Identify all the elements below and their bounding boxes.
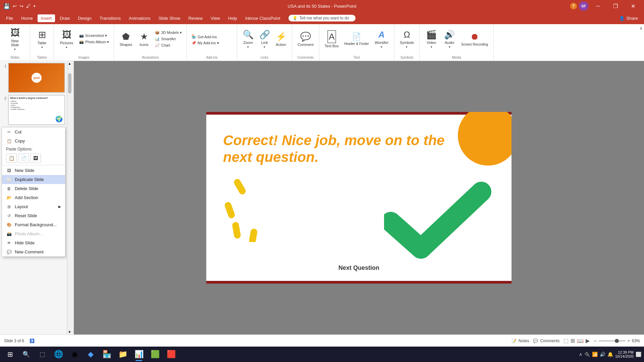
ctx-new-slide[interactable]: 🖼 New Slide xyxy=(2,166,65,175)
collapse-ribbon[interactable]: ∧ xyxy=(638,24,644,61)
minimize-button[interactable]: ─ xyxy=(590,0,606,12)
taskbar-app1[interactable]: 🟩 xyxy=(148,347,162,362)
notes-btn[interactable]: 📝 Notes xyxy=(512,339,529,343)
slide-image-2[interactable]: What is Earth's largest continent? • Afr… xyxy=(8,95,65,125)
ribbon-audio[interactable]: 🔊 Audio ▾ xyxy=(441,25,458,52)
taskbar-search[interactable]: 🔍 xyxy=(19,347,34,362)
ribbon-video[interactable]: 🎬 Video ▾ xyxy=(423,25,440,52)
customize-icon[interactable]: 🖊 xyxy=(26,3,31,9)
taskbar-app2[interactable]: 🟥 xyxy=(164,347,178,362)
tray-sound[interactable]: 🔊 xyxy=(600,352,605,357)
ctx-delete-slide[interactable]: 🗑 Delete Slide xyxy=(2,184,65,193)
ribbon-chart[interactable]: 📈 Chart xyxy=(154,43,183,48)
slide-thumb-1[interactable]: 1 QUIZ xyxy=(2,63,65,93)
ribbon-link[interactable]: 🔗 Link ▾ xyxy=(257,25,272,52)
paste-keep-source[interactable]: 📋 xyxy=(6,154,17,163)
redo-icon[interactable]: ↪ xyxy=(19,3,23,9)
menu-transitions[interactable]: Transitions xyxy=(96,14,124,22)
taskbar-start[interactable]: ⊞ xyxy=(3,347,17,362)
normal-view-icon[interactable]: ⬚ xyxy=(564,338,569,344)
zoom-thumb[interactable] xyxy=(615,339,619,343)
ribbon-pictures[interactable]: 🖼 Pictures ▾ xyxy=(57,25,76,52)
menu-insert[interactable]: Insert xyxy=(38,14,55,22)
tray-network[interactable]: 🔌 xyxy=(584,352,590,357)
menu-file[interactable]: File xyxy=(3,14,16,22)
scroll-up-arrow[interactable]: ▲ xyxy=(67,61,72,66)
ctx-duplicate-slide[interactable]: ⬜ Duplicate Slide xyxy=(2,175,65,184)
user-avatar[interactable]: SF xyxy=(579,1,588,11)
scroll-handle[interactable] xyxy=(68,73,71,94)
taskbar-powerpoint[interactable]: 📊 xyxy=(131,347,146,362)
ctx-add-section[interactable]: 📂 Add Section xyxy=(2,193,65,202)
slide-canvas[interactable]: Correct! Nice job, move on to the next q… xyxy=(206,112,512,284)
zoom-out-btn[interactable]: ─ xyxy=(594,339,597,343)
menu-inknoe[interactable]: Inknoe ClassPoint xyxy=(242,14,284,22)
share-button[interactable]: 👤 Share xyxy=(616,14,641,22)
ribbon-textbox[interactable]: A Text Box xyxy=(323,25,341,52)
ribbon-screenshot[interactable]: 📷 Screenshot ▾ xyxy=(78,33,110,39)
ribbon-3d-models[interactable]: 📦 3D Models ▾ xyxy=(154,30,183,36)
ctx-reset-slide[interactable]: ↺ Reset Slide xyxy=(2,211,65,220)
zoom-in-btn[interactable]: + xyxy=(628,339,630,343)
ribbon-zoom[interactable]: 🔍 Zoom ▾ xyxy=(240,25,256,52)
taskbar-taskview[interactable]: ⬚ xyxy=(35,347,50,362)
ctx-cut[interactable]: ✂ Cut xyxy=(2,127,65,136)
close-button[interactable]: ✕ xyxy=(625,0,641,12)
accessibility-icon[interactable]: ♿ xyxy=(30,339,35,343)
slide-scrollbar[interactable]: ▲ ▼ xyxy=(67,61,72,335)
scroll-down-arrow[interactable]: ▼ xyxy=(67,329,72,335)
comments-btn[interactable]: 💬 Comments xyxy=(533,339,559,343)
slide-image-1[interactable]: QUIZ xyxy=(8,63,65,93)
ribbon-photo-album[interactable]: 📸 Photo Album ▾ xyxy=(78,39,110,45)
ribbon-symbols[interactable]: Ω Symbols ▾ xyxy=(398,25,416,52)
ctx-copy[interactable]: 📋 Copy xyxy=(2,136,65,145)
slide-sorter-icon[interactable]: ⊞ xyxy=(571,338,575,344)
dropdown-icon[interactable]: ▾ xyxy=(34,4,36,8)
taskbar-chrome[interactable]: ◉ xyxy=(67,347,82,362)
reading-view-icon[interactable]: 📖 xyxy=(577,338,584,344)
menu-help[interactable]: Help xyxy=(225,14,240,22)
taskbar-store[interactable]: 🏪 xyxy=(99,347,114,362)
paste-picture[interactable]: 🖼 xyxy=(30,154,41,163)
tray-notification[interactable]: 🔔 xyxy=(607,352,613,357)
taskbar-cortana[interactable]: ◆ xyxy=(83,347,98,362)
search-btn[interactable]: ? xyxy=(570,3,577,9)
next-question-btn[interactable]: Next Question xyxy=(332,262,386,274)
tray-network2[interactable]: 📶 xyxy=(592,352,598,357)
taskbar-edge[interactable]: 🌐 xyxy=(51,347,66,362)
ribbon-screen-recording[interactable]: ⏺ Screen Recording xyxy=(459,25,490,52)
menu-view[interactable]: View xyxy=(207,14,223,22)
ribbon-shapes[interactable]: ⬟ Shapes xyxy=(117,25,134,52)
show-desktop[interactable]: ⬜ xyxy=(636,352,641,357)
ribbon-comment[interactable]: 💬 Comment xyxy=(296,25,316,52)
ribbon-get-addins[interactable]: 🏪 Get Add-ins xyxy=(190,34,233,40)
menu-slideshow[interactable]: Slide Show xyxy=(155,14,183,22)
ctx-format-background[interactable]: 🎨 Format Background... xyxy=(2,220,65,229)
ctx-hide-slide[interactable]: 👁 Hide Slide xyxy=(2,238,65,247)
tray-chevron[interactable]: ∧ xyxy=(579,352,582,357)
ribbon-table[interactable]: ⊞ Table ▾ xyxy=(34,25,50,52)
slideshow-icon[interactable]: ▶ xyxy=(586,338,590,344)
paste-use-theme[interactable]: 📄 xyxy=(18,154,29,163)
ribbon-my-addins[interactable]: 📌 My Add-ins ▾ xyxy=(190,40,233,46)
tell-me-input[interactable]: 💡 Tell me what you want to do xyxy=(288,15,356,21)
taskbar-fileexplorer[interactable]: 📁 xyxy=(115,347,130,362)
menu-animations[interactable]: Animations xyxy=(125,14,154,22)
ctx-layout[interactable]: ⊞ Layout ▶ xyxy=(2,202,65,211)
undo-icon[interactable]: ↩ xyxy=(13,3,17,9)
menu-draw[interactable]: Draw xyxy=(56,14,73,22)
restore-button[interactable]: ❐ xyxy=(608,0,623,12)
ribbon-header-footer[interactable]: 📄 Header & Footer xyxy=(342,25,371,52)
save-icon[interactable]: 💾 xyxy=(3,3,10,9)
ctx-new-comment[interactable]: 💬 New Comment xyxy=(2,247,65,256)
ribbon-wordart[interactable]: A WordArt ▾ xyxy=(372,25,391,52)
menu-home[interactable]: Home xyxy=(18,14,36,22)
slide-thumb-3[interactable]: 3 Correct! Nice job... ✓ ✂ Cut xyxy=(2,127,65,157)
zoom-slider[interactable] xyxy=(599,340,626,342)
slide-thumb-2[interactable]: 2 What is Earth's largest continent? • A… xyxy=(2,95,65,125)
ribbon-icons[interactable]: ★ Icons xyxy=(136,25,152,52)
ribbon-new-slide[interactable]: 🖼 NewSlide ▾ xyxy=(7,25,23,52)
ribbon-smartart[interactable]: 📊 SmartArt xyxy=(154,36,183,42)
menu-review[interactable]: Review xyxy=(185,14,206,22)
taskbar-clock[interactable]: 12:39 PM 10/14/2020 xyxy=(615,350,634,358)
